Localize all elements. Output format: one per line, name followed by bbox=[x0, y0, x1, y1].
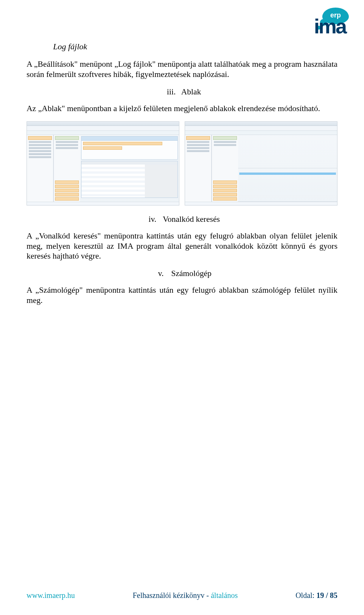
subheading-szamologep: v. Számológép bbox=[27, 269, 337, 278]
section-title: Log fájlok bbox=[53, 42, 337, 52]
subheading-number: iii. bbox=[163, 87, 180, 97]
screenshot-right bbox=[185, 121, 337, 206]
page-footer: www.imaerp.hu Felhasználói kézikönyv - á… bbox=[27, 591, 337, 600]
subheading-number: v. bbox=[152, 269, 169, 278]
paragraph-ablak: Az „Ablak" menüpontban a kijelző felület… bbox=[27, 104, 337, 114]
paragraph-log-files: A „Beállítások" menüpont „Log fájlok" me… bbox=[27, 59, 337, 80]
screenshot-left bbox=[27, 121, 179, 206]
brand-logo: erp ima bbox=[281, 8, 349, 38]
footer-title-general: általános bbox=[211, 591, 238, 599]
subheading-label: Ablak bbox=[181, 87, 201, 96]
subheading-label: Számológép bbox=[171, 269, 212, 278]
footer-url: www.imaerp.hu bbox=[27, 591, 75, 600]
paragraph-szamologep: A „Számológép" menüpontra kattintás után… bbox=[27, 285, 337, 306]
footer-page-number: 19 / 85 bbox=[316, 591, 337, 599]
screenshot-row bbox=[27, 121, 337, 206]
subheading-number: iv. bbox=[144, 215, 161, 224]
footer-title-main: Felhasználói kézikönyv bbox=[133, 591, 204, 599]
footer-page-label: Oldal: bbox=[295, 591, 316, 599]
footer-title: Felhasználói kézikönyv - általános bbox=[133, 591, 238, 600]
subheading-label: Vonalkód keresés bbox=[163, 215, 220, 224]
subheading-ablak: iii. Ablak bbox=[27, 87, 337, 97]
logo-brand-text: ima bbox=[314, 14, 346, 38]
paragraph-vonalkod: A „Vonalkód keresés" menüpontra kattintá… bbox=[27, 231, 337, 262]
subheading-vonalkod: iv. Vonalkód keresés bbox=[27, 215, 337, 224]
footer-page: Oldal: 19 / 85 bbox=[295, 591, 337, 600]
